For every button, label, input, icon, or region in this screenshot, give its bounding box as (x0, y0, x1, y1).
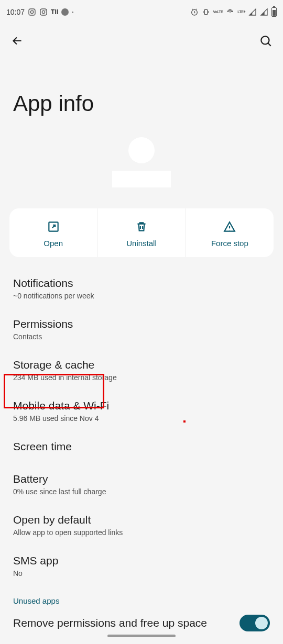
signal-icon (260, 8, 268, 16)
signal-icon (248, 8, 257, 16)
force-stop-button[interactable]: Force stop (186, 208, 274, 257)
status-left: 10:07 TII • (6, 8, 74, 16)
svg-point-5 (45, 10, 46, 10)
svg-rect-7 (204, 9, 207, 14)
open-icon (47, 220, 60, 234)
open-button[interactable]: Open (9, 208, 97, 257)
hotspot-icon (226, 8, 234, 16)
settings-list: Notifications ~0 notifications per week … (0, 269, 283, 644)
status-bar: 10:07 TII • VoLTE LTE+ (0, 0, 283, 24)
uninstall-button[interactable]: Uninstall (97, 208, 186, 257)
svg-point-2 (34, 10, 34, 10)
remove-permissions-item[interactable]: Remove permissions and free up space (13, 607, 270, 639)
vibrate-icon (202, 8, 210, 16)
advanced-section[interactable]: Advanced (13, 639, 270, 644)
app-header (0, 127, 283, 203)
item-subtitle: Contacts (13, 332, 270, 341)
toggle-label: Remove permissions and free up space (13, 617, 207, 629)
item-title: SMS app (13, 554, 270, 567)
instagram-icon (39, 8, 48, 16)
item-title: Storage & cache (13, 359, 270, 371)
notif-text: TII (51, 8, 58, 16)
warning-icon (223, 220, 236, 234)
lte-label: LTE+ (237, 10, 245, 14)
uninstall-label: Uninstall (126, 239, 157, 248)
notifications-item[interactable]: Notifications ~0 notifications per week (13, 269, 270, 309)
item-title: Screen time (13, 440, 270, 453)
open-label: Open (43, 239, 63, 248)
status-right: VoLTE LTE+ (190, 7, 277, 17)
svg-point-8 (230, 12, 231, 13)
nav-indicator[interactable] (107, 635, 176, 637)
item-subtitle: 0% use since last full charge (13, 487, 270, 496)
annotation-highlight (4, 374, 104, 408)
item-subtitle: ~0 notifications per week (13, 292, 270, 300)
svg-point-1 (30, 10, 33, 13)
alarm-icon (190, 8, 199, 16)
action-buttons: Open Uninstall Force stop (9, 208, 274, 257)
svg-point-9 (261, 36, 269, 44)
annotation-dot (183, 420, 186, 423)
permissions-item[interactable]: Permissions Contacts (13, 309, 270, 350)
notif-dot-small: • (72, 9, 74, 15)
item-title: Notifications (13, 277, 270, 290)
instagram-icon (28, 8, 36, 16)
item-subtitle: No (13, 569, 270, 578)
svg-point-4 (42, 10, 45, 13)
unused-apps-section: Unused apps (13, 587, 270, 607)
item-title: Open by default (13, 514, 270, 526)
app-icon (128, 137, 155, 163)
force-stop-label: Force stop (211, 239, 248, 248)
sms-app-item[interactable]: SMS app No (13, 546, 270, 587)
screen-time-item[interactable]: Screen time (13, 432, 270, 464)
trash-icon (135, 220, 148, 234)
svg-rect-3 (40, 9, 47, 15)
remove-permissions-switch[interactable] (240, 615, 270, 631)
app-bar (0, 24, 283, 60)
clock: 10:07 (6, 8, 25, 16)
notif-dot-icon (61, 8, 69, 16)
item-title: Permissions (13, 318, 270, 330)
search-icon (259, 34, 273, 48)
open-by-default-item[interactable]: Open by default Allow app to open suppor… (13, 505, 270, 546)
item-subtitle: 5.96 MB used since Nov 4 (13, 414, 270, 423)
battery-item[interactable]: Battery 0% use since last full charge (13, 464, 270, 505)
volte-icon: VoLTE (213, 10, 223, 14)
item-title: Battery (13, 473, 270, 485)
search-button[interactable] (259, 34, 273, 50)
battery-icon (271, 7, 277, 17)
item-subtitle: Allow app to open supported links (13, 528, 270, 537)
page-title: App info (0, 60, 283, 127)
svg-rect-0 (29, 9, 35, 15)
back-button[interactable] (10, 34, 24, 50)
arrow-left-icon (10, 34, 24, 48)
app-name-redacted (112, 171, 171, 187)
